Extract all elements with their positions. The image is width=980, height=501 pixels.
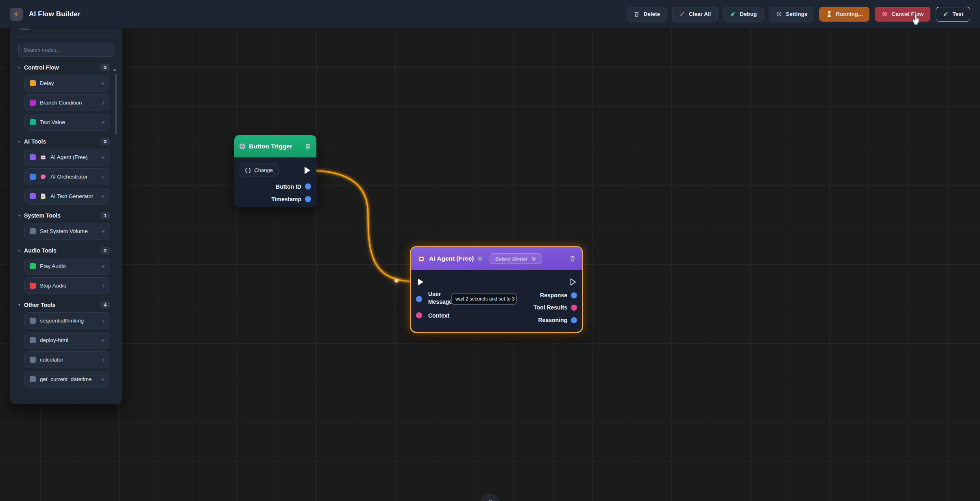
- node-item-text-value[interactable]: Text Value +: [24, 114, 110, 131]
- node-item-delay[interactable]: Delay +: [24, 75, 110, 91]
- test-button-label: Test: [952, 11, 963, 17]
- plus-icon: +: [101, 99, 105, 106]
- node-title: Button Trigger: [249, 143, 292, 150]
- category-count-badge: 3: [100, 64, 110, 71]
- category-other-tools[interactable]: ▾ Other Tools 4: [18, 301, 110, 309]
- trigger-exec-row: ( ) Change: [234, 161, 316, 180]
- node-item-label: AI Orchestrator: [50, 174, 88, 180]
- node-item-ai-text-generator[interactable]: AI Text Generator +: [24, 188, 110, 205]
- node-library-list: ▲ ▼ ▾ Control Flow 3 Delay + Branch Cond…: [18, 64, 114, 388]
- plus-icon: +: [101, 193, 105, 200]
- hourglass-icon: [826, 11, 832, 17]
- node-item-label: Play Audio: [40, 263, 66, 269]
- node-item-label: Delay: [40, 80, 54, 86]
- trash-icon: [634, 11, 640, 17]
- brand: AI Flow Builder: [10, 8, 81, 21]
- trash-icon[interactable]: [305, 143, 311, 150]
- category-system-tools[interactable]: ▾ System Tools 1: [18, 212, 110, 219]
- user-message-value: wait 2 seconds and set to 3: [455, 296, 514, 302]
- node-item-label: deploy-html: [40, 337, 68, 343]
- node-item-ai-orchestrator[interactable]: AI Orchestrator +: [24, 168, 110, 185]
- node-item-play-audio[interactable]: Play Audio +: [24, 258, 110, 274]
- settings-button[interactable]: Settings: [769, 7, 814, 22]
- change-button[interactable]: ( ) Change: [240, 163, 279, 176]
- port-label: Reasoning: [538, 317, 567, 323]
- trash-icon[interactable]: [569, 255, 576, 262]
- node-color-swatch: [30, 337, 36, 343]
- node-item-set-system-volume[interactable]: Set System Volume +: [24, 223, 110, 240]
- test-button[interactable]: Test: [936, 7, 970, 22]
- plus-icon: +: [101, 337, 105, 344]
- exec-output-pin[interactable]: [303, 166, 311, 176]
- node-item-label: Stop Audio: [40, 283, 66, 289]
- plus-icon: +: [101, 173, 105, 180]
- scroll-up-arrow[interactable]: ▲: [113, 67, 117, 72]
- node-item-label: Set System Volume: [40, 228, 88, 234]
- node-item-branch-condition[interactable]: Branch Condition +: [24, 94, 110, 111]
- exec-input-pin[interactable]: [417, 278, 425, 288]
- user-message-port[interactable]: [416, 296, 422, 302]
- node-item-ai-agent-free[interactable]: AI Agent (Free) +: [24, 149, 110, 166]
- user-message-input[interactable]: wait 2 seconds and set to 3: [451, 293, 517, 305]
- plus-icon: +: [101, 119, 105, 126]
- status-dot: [478, 257, 482, 261]
- node-item-sequentialthinking[interactable]: sequentialthinking +: [24, 312, 110, 329]
- category-count-badge: 2: [100, 247, 110, 254]
- ai-agent-header[interactable]: AI Agent (Free) Select Model: [411, 247, 582, 270]
- running-button[interactable]: Running...: [819, 7, 869, 22]
- node-item-label: Text Value: [40, 119, 65, 125]
- output-port-row: Reasoning: [538, 317, 577, 323]
- clear-all-button[interactable]: Clear All: [672, 7, 718, 22]
- node-color-swatch: [30, 80, 36, 86]
- tool-results-port[interactable]: [571, 305, 577, 311]
- button-id-port[interactable]: [305, 183, 311, 190]
- ai-flow-builder-app: AI Flow Builder Delete Clear All Debug: [0, 0, 980, 501]
- search-nodes-input[interactable]: [18, 43, 114, 57]
- timestamp-port[interactable]: [305, 196, 311, 202]
- node-color-swatch: [30, 263, 36, 269]
- cancel-flow-button[interactable]: Cancel Flow: [875, 7, 930, 22]
- node-color-swatch: [30, 174, 36, 180]
- scrollbar-thumb[interactable]: [115, 74, 117, 135]
- node-item-calculator[interactable]: calculator +: [24, 351, 110, 368]
- port-label: Context: [428, 312, 449, 319]
- gear-icon: [776, 11, 782, 17]
- node-item-label: AI Agent (Free): [50, 154, 88, 160]
- response-port[interactable]: [571, 292, 577, 298]
- chevron-down-icon: ▾: [18, 303, 20, 307]
- output-port-row: Tool Results: [534, 304, 577, 311]
- settings-button-label: Settings: [786, 11, 807, 17]
- node-item-label: Branch Condition: [40, 100, 82, 106]
- context-port[interactable]: [416, 312, 422, 318]
- exec-output-pin[interactable]: [569, 278, 577, 288]
- category-count-badge: 1: [100, 212, 110, 219]
- plus-icon: +: [101, 376, 105, 383]
- node-ai-agent[interactable]: AI Agent (Free) Select Model: [410, 246, 583, 333]
- output-port-row: Button ID: [234, 180, 316, 193]
- app-title: AI Flow Builder: [29, 10, 81, 18]
- robot-icon: [40, 154, 46, 161]
- select-model-button[interactable]: Select Model: [490, 253, 542, 264]
- chevron-down-icon: ▾: [18, 248, 20, 253]
- brackets-icon: ( ): [245, 167, 251, 173]
- category-control-flow[interactable]: ▾ Control Flow 3: [18, 64, 110, 71]
- category-ai-tools[interactable]: ▾ AI Tools 3: [18, 138, 110, 145]
- delete-button[interactable]: Delete: [627, 7, 667, 22]
- category-label: Audio Tools: [24, 247, 57, 254]
- brain-icon: [40, 174, 46, 180]
- lightning-bolt-icon: [10, 8, 23, 21]
- chevron-down-icon: ▾: [18, 139, 20, 144]
- node-color-swatch: [30, 228, 36, 234]
- button-trigger-header[interactable]: Button Trigger: [234, 135, 316, 157]
- debug-button[interactable]: Debug: [723, 7, 764, 22]
- node-item-stop-audio[interactable]: Stop Audio +: [24, 277, 110, 294]
- category-audio-tools[interactable]: ▾ Audio Tools 2: [18, 247, 110, 254]
- node-button-trigger[interactable]: Button Trigger ( ) Change Button ID T: [234, 135, 316, 207]
- flow-canvas[interactable]: Button Trigger ( ) Change Button ID T: [0, 28, 980, 501]
- node-item-deploy-html[interactable]: deploy-html +: [24, 332, 110, 349]
- node-item-get-current-datetime[interactable]: get_current_datetime +: [24, 371, 110, 388]
- memo-icon: [40, 193, 46, 200]
- node-color-swatch: [30, 193, 36, 199]
- node-color-swatch: [30, 100, 36, 106]
- reasoning-port[interactable]: [571, 317, 577, 323]
